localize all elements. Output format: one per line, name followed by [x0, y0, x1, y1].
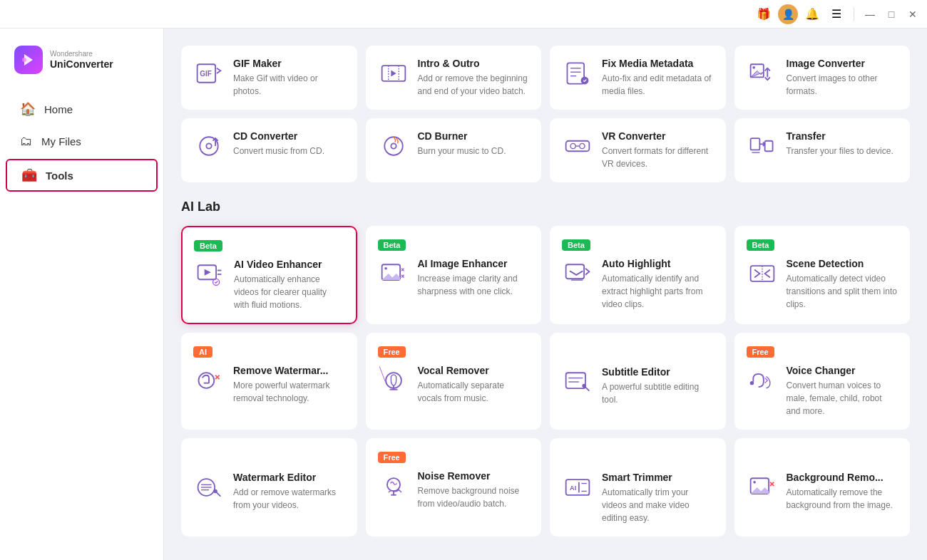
tool-card-transfer[interactable]: Transfer Transfer your files to device.: [734, 118, 911, 182]
ai-image-enhancer-title: AI Image Enhancer: [418, 258, 530, 269]
tool-card-cd-converter[interactable]: CD Converter Convert music from CD.: [181, 118, 357, 182]
svg-point-49: [749, 381, 753, 385]
app-body: Wondershare UniConverter 🏠 Home 🗂 My Fil…: [0, 28, 927, 560]
smart-trimmer-icon: AI: [562, 472, 593, 503]
sidebar-item-tools[interactable]: 🧰 Tools: [6, 159, 158, 192]
vr-converter-icon: [562, 130, 593, 162]
sidebar-item-home-label: Home: [44, 103, 73, 115]
gift-icon[interactable]: 🎁: [754, 4, 774, 24]
vr-converter-title: VR Converter: [602, 130, 714, 142]
background-remover-title: Background Remo...: [787, 472, 898, 483]
svg-point-14: [752, 66, 755, 69]
tool-card-gif-maker[interactable]: GIF GIF Maker Make Gif with video or pho…: [181, 46, 357, 110]
svg-point-21: [570, 143, 575, 148]
watermark-editor-desc: Add or remove watermarks from your video…: [233, 486, 345, 512]
tool-card-auto-highlight[interactable]: Beta Auto Highlight Automatically identi…: [550, 226, 726, 324]
minimize-button[interactable]: —: [861, 6, 879, 23]
background-remover-desc: Automatically remove the background from…: [787, 486, 898, 512]
svg-text:GIF: GIF: [200, 70, 212, 78]
svg-rect-25: [764, 141, 772, 152]
svg-marker-7: [391, 70, 396, 76]
ai-video-enhancer-badge: Beta: [194, 240, 222, 252]
vocal-remover-title: Vocal Remover: [418, 365, 530, 376]
svg-marker-32: [381, 274, 399, 280]
ai-image-enhancer-badge: Beta: [378, 239, 406, 251]
subtitle-editor-title: Subtitle Editor: [602, 366, 714, 378]
subtitle-editor-desc: A powerful subtitle editing tool.: [602, 380, 714, 406]
title-bar: 🎁 👤 🔔 ☰ — □ ✕: [0, 0, 927, 28]
notification-bell-icon[interactable]: 🔔: [802, 4, 822, 24]
vocal-remover-badge: Free: [378, 346, 406, 358]
standard-tools-grid: GIF GIF Maker Make Gif with video or pho…: [181, 46, 910, 182]
vr-converter-desc: Convert formats for different VR devices…: [602, 145, 714, 170]
voice-changer-icon: [747, 365, 778, 396]
vocal-remover-icon: [378, 365, 409, 396]
tool-card-watermark-editor[interactable]: Watermark Editor Add or remove watermark…: [181, 438, 357, 536]
noise-remover-desc: Remove background noise from video/audio…: [418, 484, 530, 510]
transfer-desc: Transfer your files to device.: [787, 145, 893, 157]
remove-watermark-badge: AI: [193, 346, 212, 358]
svg-point-18: [384, 137, 402, 155]
tool-card-fix-media[interactable]: Fix Media Metadata Auto-fix and edit met…: [550, 46, 726, 110]
smart-trimmer-desc: Automatically trim your videos and make …: [602, 486, 714, 524]
cd-converter-title: CD Converter: [233, 130, 324, 142]
logo-area: Wondershare UniConverter: [0, 40, 163, 91]
voice-changer-title: Voice Changer: [787, 365, 898, 376]
cd-converter-icon: [193, 130, 225, 162]
brand-name: Wondershare: [50, 50, 113, 58]
svg-point-22: [580, 143, 585, 148]
smart-trimmer-title: Smart Trimmer: [602, 472, 714, 483]
sidebar-item-myfiles[interactable]: 🗂 My Files: [6, 127, 158, 156]
tool-card-noise-remover[interactable]: Free Noise Remover Remove backgro: [366, 438, 542, 536]
tool-card-cd-burner[interactable]: CD Burner Burn your music to CD.: [366, 118, 542, 182]
sidebar-item-tools-label: Tools: [46, 170, 73, 182]
tool-card-background-remover[interactable]: Background Remo... Automatically remove …: [734, 438, 911, 536]
svg-point-54: [213, 489, 217, 493]
menu-icon[interactable]: ☰: [826, 4, 846, 24]
tool-card-ai-image-enhancer[interactable]: Beta AI Image Enhancer Increase i: [366, 226, 542, 324]
fix-media-desc: Auto-fix and edit metadata of media file…: [602, 72, 714, 98]
transfer-title: Transfer: [787, 130, 893, 142]
main-content: GIF GIF Maker Make Gif with video or pho…: [164, 28, 927, 560]
svg-point-55: [386, 478, 399, 491]
svg-point-1: [22, 58, 26, 62]
tool-card-image-converter[interactable]: Image Converter Convert images to other …: [734, 46, 911, 110]
tool-card-scene-detection[interactable]: Beta Scene Detection Automatically detec…: [734, 226, 911, 324]
image-converter-title: Image Converter: [787, 58, 898, 69]
svg-point-17: [206, 143, 211, 148]
noise-remover-icon: [378, 470, 409, 502]
svg-marker-28: [205, 269, 211, 276]
tool-card-subtitle-editor[interactable]: Subtitle Editor A powerful subtitle edit…: [550, 333, 726, 430]
ai-image-enhancer-desc: Increase image clarity and sharpness wit…: [418, 272, 530, 298]
voice-changer-badge: Free: [747, 346, 774, 358]
product-name: UniConverter: [50, 58, 113, 71]
tool-card-voice-changer[interactable]: Free Voice Changer Convert human voices …: [734, 333, 911, 430]
gif-maker-desc: Make Gif with video or photos.: [233, 72, 345, 98]
intro-outro-title: Intro & Outro: [418, 58, 530, 69]
tool-card-vr-converter[interactable]: VR Converter Convert formats for differe…: [550, 118, 726, 182]
ai-lab-section-title: AI Lab: [181, 199, 910, 214]
fix-media-title: Fix Media Metadata: [602, 58, 714, 69]
sidebar-item-home[interactable]: 🏠 Home: [6, 94, 158, 124]
scene-detection-icon: [747, 258, 778, 289]
cd-burner-desc: Burn your music to CD.: [418, 145, 506, 157]
scene-detection-badge: Beta: [747, 239, 775, 251]
tool-card-intro-outro[interactable]: Intro & Outro Add or remove the beginnin…: [366, 46, 542, 110]
tool-card-ai-video-enhancer[interactable]: Beta AI Video Enhancer: [181, 226, 357, 324]
maximize-button[interactable]: □: [883, 6, 900, 23]
auto-highlight-badge: Beta: [562, 239, 590, 251]
voice-changer-desc: Convert human voices to male, female, ch…: [787, 379, 898, 418]
intro-outro-icon: [378, 58, 409, 89]
auto-highlight-title: Auto Highlight: [602, 258, 714, 269]
noise-remover-badge: Free: [378, 452, 406, 463]
remove-watermark-icon: [193, 365, 225, 396]
tool-card-vocal-remover[interactable]: Free Vocal Remover Automatically: [366, 333, 542, 430]
tool-card-remove-watermark[interactable]: AI Remove Watermar... More powerf: [181, 333, 357, 430]
user-avatar-icon[interactable]: 👤: [778, 4, 798, 24]
auto-highlight-desc: Automatically identify and extract highl…: [602, 272, 714, 311]
tool-card-smart-trimmer[interactable]: AI Smart Trimmer Automatically trim your…: [550, 438, 726, 536]
cd-burner-icon: [378, 130, 409, 162]
noise-remover-title: Noise Remover: [418, 470, 530, 482]
close-button[interactable]: ✕: [904, 6, 921, 23]
auto-highlight-icon: [562, 258, 593, 289]
